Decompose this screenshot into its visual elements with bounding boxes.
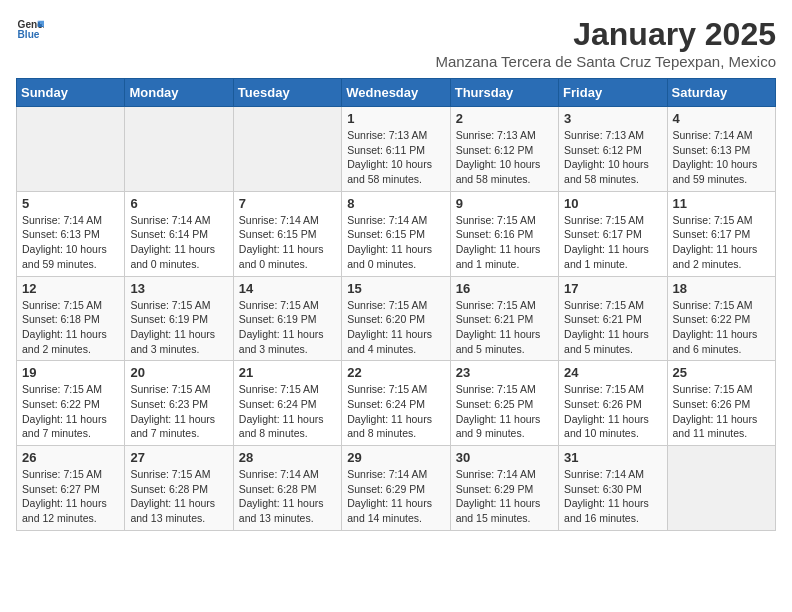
day-number: 2 <box>456 111 553 126</box>
day-number: 23 <box>456 365 553 380</box>
day-info: Sunrise: 7:15 AM Sunset: 6:26 PM Dayligh… <box>673 382 770 441</box>
calendar-cell: 26Sunrise: 7:15 AM Sunset: 6:27 PM Dayli… <box>17 446 125 531</box>
day-number: 17 <box>564 281 661 296</box>
day-info: Sunrise: 7:15 AM Sunset: 6:22 PM Dayligh… <box>22 382 119 441</box>
calendar-cell: 10Sunrise: 7:15 AM Sunset: 6:17 PM Dayli… <box>559 191 667 276</box>
calendar-cell: 19Sunrise: 7:15 AM Sunset: 6:22 PM Dayli… <box>17 361 125 446</box>
logo: General Blue <box>16 16 44 44</box>
day-info: Sunrise: 7:13 AM Sunset: 6:11 PM Dayligh… <box>347 128 444 187</box>
day-info: Sunrise: 7:15 AM Sunset: 6:25 PM Dayligh… <box>456 382 553 441</box>
header-day-wednesday: Wednesday <box>342 79 450 107</box>
day-info: Sunrise: 7:14 AM Sunset: 6:13 PM Dayligh… <box>673 128 770 187</box>
day-number: 22 <box>347 365 444 380</box>
calendar-cell: 9Sunrise: 7:15 AM Sunset: 6:16 PM Daylig… <box>450 191 558 276</box>
day-number: 15 <box>347 281 444 296</box>
day-info: Sunrise: 7:14 AM Sunset: 6:29 PM Dayligh… <box>456 467 553 526</box>
calendar-cell: 18Sunrise: 7:15 AM Sunset: 6:22 PM Dayli… <box>667 276 775 361</box>
day-info: Sunrise: 7:14 AM Sunset: 6:15 PM Dayligh… <box>347 213 444 272</box>
calendar-cell <box>233 107 341 192</box>
calendar-cell: 7Sunrise: 7:14 AM Sunset: 6:15 PM Daylig… <box>233 191 341 276</box>
day-info: Sunrise: 7:15 AM Sunset: 6:26 PM Dayligh… <box>564 382 661 441</box>
title-block: January 2025 Manzana Tercera de Santa Cr… <box>436 16 776 70</box>
day-info: Sunrise: 7:14 AM Sunset: 6:13 PM Dayligh… <box>22 213 119 272</box>
day-info: Sunrise: 7:15 AM Sunset: 6:17 PM Dayligh… <box>564 213 661 272</box>
calendar-cell: 5Sunrise: 7:14 AM Sunset: 6:13 PM Daylig… <box>17 191 125 276</box>
day-info: Sunrise: 7:14 AM Sunset: 6:30 PM Dayligh… <box>564 467 661 526</box>
day-info: Sunrise: 7:15 AM Sunset: 6:24 PM Dayligh… <box>347 382 444 441</box>
calendar-cell: 31Sunrise: 7:14 AM Sunset: 6:30 PM Dayli… <box>559 446 667 531</box>
calendar-cell: 6Sunrise: 7:14 AM Sunset: 6:14 PM Daylig… <box>125 191 233 276</box>
calendar-cell: 22Sunrise: 7:15 AM Sunset: 6:24 PM Dayli… <box>342 361 450 446</box>
day-number: 6 <box>130 196 227 211</box>
calendar-cell: 13Sunrise: 7:15 AM Sunset: 6:19 PM Dayli… <box>125 276 233 361</box>
day-number: 12 <box>22 281 119 296</box>
calendar-cell: 25Sunrise: 7:15 AM Sunset: 6:26 PM Dayli… <box>667 361 775 446</box>
calendar-cell: 21Sunrise: 7:15 AM Sunset: 6:24 PM Dayli… <box>233 361 341 446</box>
days-header-row: SundayMondayTuesdayWednesdayThursdayFrid… <box>17 79 776 107</box>
day-number: 13 <box>130 281 227 296</box>
calendar-cell: 1Sunrise: 7:13 AM Sunset: 6:11 PM Daylig… <box>342 107 450 192</box>
day-number: 24 <box>564 365 661 380</box>
calendar-cell: 29Sunrise: 7:14 AM Sunset: 6:29 PM Dayli… <box>342 446 450 531</box>
day-number: 8 <box>347 196 444 211</box>
day-info: Sunrise: 7:13 AM Sunset: 6:12 PM Dayligh… <box>456 128 553 187</box>
calendar-cell: 15Sunrise: 7:15 AM Sunset: 6:20 PM Dayli… <box>342 276 450 361</box>
header-day-monday: Monday <box>125 79 233 107</box>
day-info: Sunrise: 7:15 AM Sunset: 6:21 PM Dayligh… <box>456 298 553 357</box>
day-info: Sunrise: 7:15 AM Sunset: 6:27 PM Dayligh… <box>22 467 119 526</box>
day-number: 10 <box>564 196 661 211</box>
week-row-3: 12Sunrise: 7:15 AM Sunset: 6:18 PM Dayli… <box>17 276 776 361</box>
header-day-thursday: Thursday <box>450 79 558 107</box>
header-day-sunday: Sunday <box>17 79 125 107</box>
calendar-cell: 20Sunrise: 7:15 AM Sunset: 6:23 PM Dayli… <box>125 361 233 446</box>
day-info: Sunrise: 7:15 AM Sunset: 6:16 PM Dayligh… <box>456 213 553 272</box>
week-row-4: 19Sunrise: 7:15 AM Sunset: 6:22 PM Dayli… <box>17 361 776 446</box>
day-info: Sunrise: 7:15 AM Sunset: 6:19 PM Dayligh… <box>130 298 227 357</box>
day-info: Sunrise: 7:15 AM Sunset: 6:20 PM Dayligh… <box>347 298 444 357</box>
logo-icon: General Blue <box>16 16 44 44</box>
calendar-cell: 12Sunrise: 7:15 AM Sunset: 6:18 PM Dayli… <box>17 276 125 361</box>
day-info: Sunrise: 7:13 AM Sunset: 6:12 PM Dayligh… <box>564 128 661 187</box>
svg-text:Blue: Blue <box>18 29 40 40</box>
day-number: 16 <box>456 281 553 296</box>
calendar-cell <box>667 446 775 531</box>
day-number: 29 <box>347 450 444 465</box>
day-number: 31 <box>564 450 661 465</box>
day-number: 30 <box>456 450 553 465</box>
header-day-tuesday: Tuesday <box>233 79 341 107</box>
day-info: Sunrise: 7:15 AM Sunset: 6:17 PM Dayligh… <box>673 213 770 272</box>
header-day-saturday: Saturday <box>667 79 775 107</box>
day-info: Sunrise: 7:15 AM Sunset: 6:22 PM Dayligh… <box>673 298 770 357</box>
calendar-subtitle: Manzana Tercera de Santa Cruz Tepexpan, … <box>436 53 776 70</box>
day-number: 19 <box>22 365 119 380</box>
calendar-cell: 23Sunrise: 7:15 AM Sunset: 6:25 PM Dayli… <box>450 361 558 446</box>
day-info: Sunrise: 7:15 AM Sunset: 6:18 PM Dayligh… <box>22 298 119 357</box>
day-number: 9 <box>456 196 553 211</box>
day-info: Sunrise: 7:14 AM Sunset: 6:29 PM Dayligh… <box>347 467 444 526</box>
day-number: 14 <box>239 281 336 296</box>
calendar-cell: 27Sunrise: 7:15 AM Sunset: 6:28 PM Dayli… <box>125 446 233 531</box>
calendar-cell: 11Sunrise: 7:15 AM Sunset: 6:17 PM Dayli… <box>667 191 775 276</box>
day-number: 11 <box>673 196 770 211</box>
day-number: 20 <box>130 365 227 380</box>
day-info: Sunrise: 7:14 AM Sunset: 6:28 PM Dayligh… <box>239 467 336 526</box>
day-number: 3 <box>564 111 661 126</box>
calendar-cell: 30Sunrise: 7:14 AM Sunset: 6:29 PM Dayli… <box>450 446 558 531</box>
day-info: Sunrise: 7:15 AM Sunset: 6:28 PM Dayligh… <box>130 467 227 526</box>
calendar-cell: 3Sunrise: 7:13 AM Sunset: 6:12 PM Daylig… <box>559 107 667 192</box>
day-number: 4 <box>673 111 770 126</box>
calendar-cell: 14Sunrise: 7:15 AM Sunset: 6:19 PM Dayli… <box>233 276 341 361</box>
day-info: Sunrise: 7:15 AM Sunset: 6:24 PM Dayligh… <box>239 382 336 441</box>
day-number: 5 <box>22 196 119 211</box>
day-info: Sunrise: 7:15 AM Sunset: 6:21 PM Dayligh… <box>564 298 661 357</box>
day-number: 25 <box>673 365 770 380</box>
calendar-cell <box>17 107 125 192</box>
calendar-title: January 2025 <box>436 16 776 53</box>
day-info: Sunrise: 7:15 AM Sunset: 6:19 PM Dayligh… <box>239 298 336 357</box>
day-info: Sunrise: 7:15 AM Sunset: 6:23 PM Dayligh… <box>130 382 227 441</box>
calendar-cell: 2Sunrise: 7:13 AM Sunset: 6:12 PM Daylig… <box>450 107 558 192</box>
week-row-2: 5Sunrise: 7:14 AM Sunset: 6:13 PM Daylig… <box>17 191 776 276</box>
calendar-cell: 16Sunrise: 7:15 AM Sunset: 6:21 PM Dayli… <box>450 276 558 361</box>
day-info: Sunrise: 7:14 AM Sunset: 6:15 PM Dayligh… <box>239 213 336 272</box>
day-info: Sunrise: 7:14 AM Sunset: 6:14 PM Dayligh… <box>130 213 227 272</box>
